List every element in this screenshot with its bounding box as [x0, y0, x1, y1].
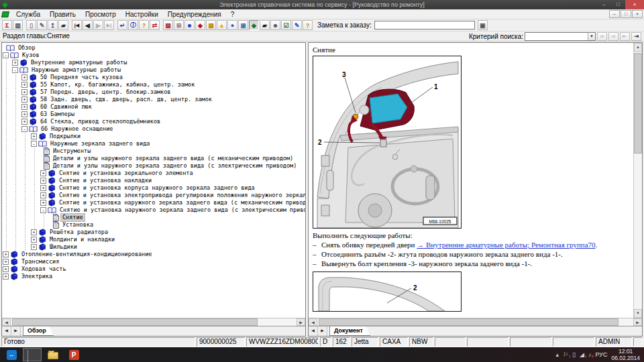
tree-item[interactable]: -Наружные арматурные работы [2, 66, 305, 74]
order-note-input[interactable] [374, 21, 475, 29]
tree-item[interactable]: Установка [2, 221, 305, 229]
tree-item[interactable]: -66 Наружное оснащение [2, 125, 305, 133]
volume-muted-icon[interactable]: ♪× [588, 351, 592, 358]
tree-item[interactable]: -Снятие и установка наружного зеркала за… [2, 206, 305, 214]
tab-scroll-right-icon[interactable]: ▶ [318, 326, 327, 336]
tree-item[interactable]: +Ходовая часть [2, 265, 305, 273]
exit-button[interactable]: Σ [2, 20, 12, 30]
history-doc-button[interactable]: ▤ [163, 20, 173, 30]
tab-scroll-left-icon[interactable]: ◀ [2, 326, 11, 336]
next-match-button[interactable]: ⇥ [631, 32, 641, 41]
vehicle-button[interactable]: ▰ [58, 20, 68, 30]
tree-item[interactable]: +Снятие и установка зеркального элемента [2, 170, 305, 177]
tree-item-label[interactable]: Снятие и установка наружного зеркала зад… [58, 199, 305, 206]
service-book-button[interactable]: ◆ [249, 20, 259, 30]
tree-item-label[interactable]: Снятие и установка электропривода регули… [58, 192, 305, 199]
reference-link[interactable]: → Внутренние арматурные работы; Ремонтна… [417, 241, 595, 249]
expand-icon[interactable]: + [21, 119, 28, 125]
tree-item[interactable]: +55 Капот, кр. багажника, кабина, центр.… [2, 81, 305, 88]
chevron-down-icon[interactable]: ▼ [588, 33, 595, 40]
tree-item[interactable]: +60 Сдвижной люк [2, 103, 305, 111]
tab-document[interactable]: Документ [329, 326, 370, 336]
customer-button[interactable]: ☻ [184, 20, 195, 30]
tree-item-label[interactable]: 57 Передн. дверь, центр. блокир.замков [39, 88, 172, 96]
mdi-restore-button[interactable]: □ [621, 10, 631, 18]
tree-item[interactable]: Детали и узлы наружного зеркала заднего … [2, 162, 305, 170]
expand-icon[interactable]: + [21, 82, 28, 88]
tree-item-label[interactable]: Снятие и установка наружного зеркала зад… [58, 206, 305, 214]
table-button[interactable]: ⊞ [174, 20, 184, 30]
tree-item[interactable]: +Трансмиссия [2, 258, 305, 265]
nav-first-button[interactable]: |◀ [72, 20, 82, 30]
taskbar-teamviewer-button[interactable] [2, 348, 21, 361]
tree-item[interactable]: -Наружные зеркала заднего вида [2, 140, 305, 147]
tree-item-label[interactable]: Молдинги и накладки [48, 236, 116, 243]
user-query-button[interactable]: ☻ [270, 20, 280, 30]
tree-item-label[interactable]: 58 Задн. дверь, сдв. дверь, расп. дв, це… [39, 96, 213, 103]
tree-item[interactable]: +Снятие и установка корпуса наружного зе… [2, 184, 305, 192]
order-note-window-button[interactable]: ▣ [478, 20, 488, 30]
device-icon[interactable]: ▯ [572, 351, 576, 358]
tab-scroll-left-icon[interactable]: ◀ [309, 326, 318, 336]
tree-item-label[interactable]: Кузов [21, 52, 41, 59]
expand-icon[interactable]: + [21, 89, 28, 95]
expand-icon[interactable]: + [21, 97, 28, 103]
print-button[interactable]: ▥ [13, 20, 23, 30]
tree-item[interactable]: +Шильдики [2, 243, 305, 251]
tree-item[interactable]: +58 Задн. дверь, сдв. дверь, расп. дв, ц… [2, 96, 305, 103]
expand-icon[interactable]: + [31, 237, 37, 243]
expand-icon[interactable]: + [3, 259, 9, 265]
tree-item[interactable]: +57 Передн. дверь, центр. блокир.замков [2, 88, 305, 96]
scroll-left-icon[interactable]: ◀ [2, 318, 11, 326]
clock[interactable]: 12:01 06.02.2014 [611, 348, 640, 361]
expand-icon[interactable]: + [3, 251, 9, 257]
tree-item[interactable]: +Решётка радиатора [2, 229, 305, 236]
expand-icon[interactable]: + [40, 185, 46, 191]
tree-item-label[interactable]: Инструменты [52, 147, 92, 155]
export-document-button[interactable]: ↥ [48, 20, 58, 30]
warnings-button[interactable]: ▲ [217, 20, 227, 30]
tree-item-label[interactable]: Детали и узлы наружного зеркала заднего … [52, 162, 298, 170]
tree-item[interactable]: Инструменты [2, 147, 305, 155]
tree-item-label[interactable]: 64 Стекла, привод стеклоподъёмников [39, 118, 162, 125]
info-button[interactable]: ⓘ [128, 20, 138, 30]
prev-match-button[interactable]: ⇤ [620, 32, 630, 41]
tree-item-label[interactable]: Внутренние арматурные работы [30, 59, 128, 66]
search-backward-button[interactable]: ∞ [597, 32, 607, 41]
tree-item[interactable]: -Кузов [2, 52, 305, 59]
scroll-right-icon[interactable]: ▶ [633, 318, 642, 326]
network-icon[interactable]: ◢! [580, 351, 584, 358]
menu-item-1[interactable]: Править [45, 9, 80, 19]
expand-icon[interactable]: + [21, 104, 28, 110]
expand-icon[interactable]: + [21, 74, 28, 80]
minimize-button[interactable]: – [597, 0, 611, 9]
tree-item[interactable]: +Подкрылки [2, 133, 305, 140]
tree-item-label[interactable]: Электрика [20, 273, 54, 280]
expand-icon[interactable]: + [12, 60, 18, 66]
tree-item-label[interactable]: Отопление-вентиляция-кондиционирование [20, 251, 153, 258]
expand-icon[interactable]: + [40, 192, 46, 198]
action-center-flag-icon[interactable]: ⚐! [563, 351, 568, 358]
mdi-minimize-button[interactable]: – [609, 10, 620, 18]
tree-item[interactable]: +Снятие и установка наружного зеркала за… [2, 199, 305, 206]
expand-icon[interactable]: + [31, 244, 37, 250]
edit-document-button[interactable]: ✎ [37, 20, 47, 30]
search-criteria-combobox[interactable]: ▼ [525, 32, 596, 41]
tree-item-label[interactable]: Снятие и установка корпуса наружного зер… [58, 184, 256, 192]
expand-icon[interactable]: + [3, 266, 9, 272]
tree-item[interactable]: +Электрика [2, 273, 305, 280]
scroll-down-icon[interactable]: ▼ [634, 309, 642, 318]
vehicle-data-button[interactable]: ▰ [260, 20, 270, 30]
tree-item[interactable]: Детали и узлы наружного зеркала заднего … [2, 155, 305, 162]
taskbar-folder-explorer-button[interactable] [44, 348, 62, 361]
collapse-icon[interactable]: - [21, 126, 28, 132]
tab-overview[interactable]: Обзор [23, 326, 54, 336]
back-button[interactable]: ↵ [117, 20, 127, 30]
tree-item[interactable]: +50 Передняя часть кузова [2, 74, 305, 81]
expand-icon[interactable]: + [3, 274, 9, 280]
maintenance-doc-button[interactable]: ▤ [206, 20, 216, 30]
search-forward-button[interactable]: ∞ [608, 32, 619, 41]
help-button[interactable]: ? [139, 20, 149, 30]
expand-icon[interactable]: + [40, 178, 46, 184]
repair-group-button[interactable]: ◆ [195, 20, 205, 30]
